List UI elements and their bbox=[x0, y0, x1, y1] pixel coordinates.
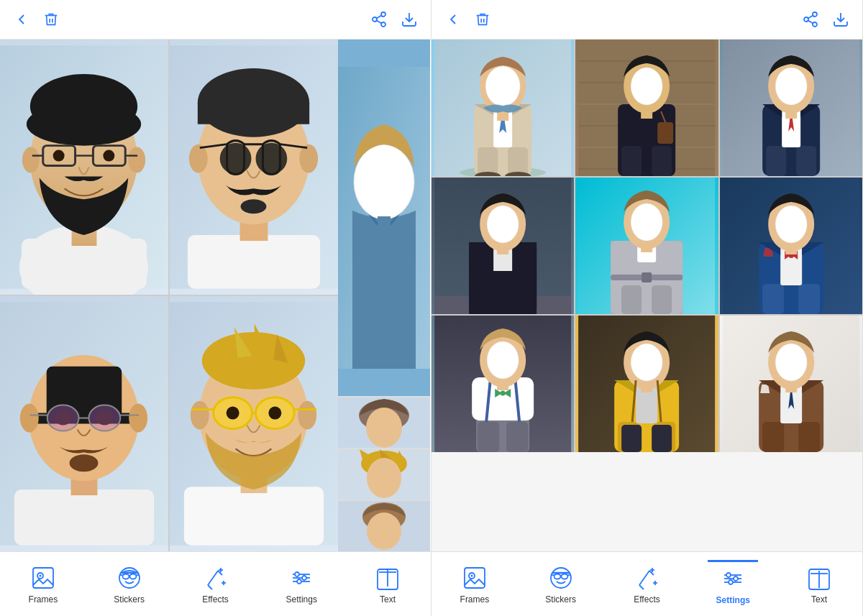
svg-point-102 bbox=[804, 17, 808, 22]
strip-main-image[interactable] bbox=[338, 40, 430, 396]
right-back-button[interactable] bbox=[444, 11, 462, 28]
svg-point-74 bbox=[367, 512, 401, 550]
svg-rect-127 bbox=[652, 146, 672, 176]
svg-point-30 bbox=[220, 143, 252, 175]
svg-point-14 bbox=[128, 147, 145, 173]
svg-point-154 bbox=[631, 203, 662, 241]
right-header-right bbox=[802, 11, 849, 28]
face-cell-2[interactable] bbox=[170, 40, 338, 295]
left-nav-stickers-label: Stickers bbox=[114, 594, 145, 604]
outfit-cell-6[interactable] bbox=[720, 178, 862, 314]
svg-point-43 bbox=[47, 405, 79, 431]
svg-point-64 bbox=[354, 144, 414, 219]
svg-rect-147 bbox=[497, 246, 508, 254]
right-nav-frames[interactable]: Frames bbox=[449, 564, 500, 604]
outfit-cell-9[interactable] bbox=[720, 316, 862, 452]
left-back-button[interactable] bbox=[13, 11, 30, 28]
left-nav-settings[interactable]: Settings bbox=[276, 564, 327, 604]
svg-rect-75 bbox=[33, 568, 53, 588]
svg-point-79 bbox=[122, 574, 129, 579]
left-download-button[interactable] bbox=[401, 11, 418, 28]
right-delete-button[interactable] bbox=[475, 12, 490, 27]
svg-point-21 bbox=[103, 150, 114, 162]
face-cell-1[interactable] bbox=[0, 40, 168, 295]
left-header-right bbox=[370, 11, 418, 28]
right-panel: Frames Stickers bbox=[432, 0, 863, 616]
strip-thumbs bbox=[338, 397, 430, 551]
right-nav-settings[interactable]: Settings bbox=[708, 560, 758, 605]
svg-rect-198 bbox=[465, 568, 485, 588]
right-download-button[interactable] bbox=[832, 11, 849, 28]
svg-rect-187 bbox=[641, 384, 652, 392]
outfit-cell-7[interactable] bbox=[432, 316, 574, 452]
effects-icon bbox=[201, 564, 229, 592]
face-cell-3[interactable] bbox=[0, 296, 168, 551]
svg-point-174 bbox=[501, 391, 506, 396]
right-main-area bbox=[432, 40, 862, 551]
svg-rect-170 bbox=[506, 422, 528, 452]
right-nav-frames-label: Frames bbox=[460, 594, 490, 604]
svg-point-80 bbox=[129, 574, 136, 579]
right-share-button[interactable] bbox=[802, 11, 819, 28]
svg-point-186 bbox=[631, 344, 662, 381]
svg-rect-155 bbox=[641, 244, 652, 252]
svg-rect-182 bbox=[621, 425, 641, 452]
svg-rect-151 bbox=[641, 272, 652, 282]
svg-line-209 bbox=[639, 585, 644, 589]
strip-thumb-3[interactable] bbox=[338, 501, 430, 551]
svg-point-203 bbox=[561, 574, 567, 579]
right-nav-stickers-label: Stickers bbox=[545, 594, 576, 604]
svg-point-29 bbox=[299, 144, 318, 173]
left-nav-text-label: Text bbox=[380, 594, 396, 604]
left-nav-frames-label: Frames bbox=[29, 594, 58, 604]
strip-thumb-1[interactable] bbox=[338, 397, 430, 448]
svg-point-101 bbox=[813, 12, 817, 17]
stickers-icon bbox=[116, 564, 143, 592]
left-nav-frames[interactable]: Frames bbox=[18, 564, 68, 604]
right-nav-text[interactable]: Text bbox=[794, 564, 844, 604]
left-nav-text[interactable]: Text bbox=[362, 564, 413, 604]
svg-rect-65 bbox=[378, 216, 391, 234]
right-text-icon bbox=[805, 564, 833, 592]
svg-point-200 bbox=[470, 574, 472, 576]
left-delete-button[interactable] bbox=[43, 12, 59, 27]
left-nav-settings-label: Settings bbox=[286, 594, 317, 604]
svg-rect-136 bbox=[796, 146, 816, 176]
face-cell-4[interactable] bbox=[170, 296, 338, 551]
strip-thumb-2[interactable] bbox=[338, 449, 430, 500]
face-grid bbox=[0, 40, 338, 551]
svg-point-131 bbox=[631, 68, 662, 105]
left-nav-stickers[interactable]: Stickers bbox=[104, 564, 155, 604]
svg-point-31 bbox=[255, 143, 287, 175]
right-bottom-nav: Frames Stickers bbox=[432, 551, 862, 616]
svg-point-61 bbox=[227, 407, 239, 420]
svg-rect-160 bbox=[762, 284, 784, 314]
svg-point-1 bbox=[373, 17, 377, 22]
right-nav-effects[interactable]: Effects bbox=[621, 564, 672, 604]
svg-rect-169 bbox=[478, 422, 499, 452]
svg-point-28 bbox=[189, 144, 208, 173]
svg-rect-27 bbox=[198, 103, 309, 124]
outfit-cell-1[interactable] bbox=[432, 40, 574, 176]
outfit-cell-2[interactable] bbox=[575, 40, 718, 176]
right-settings-icon bbox=[719, 565, 746, 592]
svg-point-95 bbox=[302, 576, 306, 580]
outfit-cell-8[interactable] bbox=[575, 316, 718, 452]
left-nav-effects[interactable]: Effects bbox=[190, 564, 240, 604]
svg-rect-166 bbox=[785, 246, 797, 254]
outfit-cell-3[interactable] bbox=[720, 40, 862, 176]
outfit-cell-4[interactable] bbox=[432, 178, 574, 314]
left-share-button[interactable] bbox=[370, 11, 388, 28]
outfit-cell-5[interactable] bbox=[575, 178, 718, 314]
svg-point-48 bbox=[70, 454, 99, 472]
svg-rect-135 bbox=[766, 146, 786, 176]
svg-line-207 bbox=[639, 571, 649, 585]
frames-icon bbox=[29, 564, 57, 592]
right-nav-stickers[interactable]: Stickers bbox=[536, 564, 586, 604]
left-content bbox=[0, 40, 431, 551]
svg-rect-161 bbox=[798, 284, 820, 314]
left-panel: Frames Stickers bbox=[0, 0, 432, 616]
right-header bbox=[432, 0, 862, 40]
svg-rect-132 bbox=[641, 108, 652, 119]
right-nav-text-label: Text bbox=[811, 594, 827, 604]
